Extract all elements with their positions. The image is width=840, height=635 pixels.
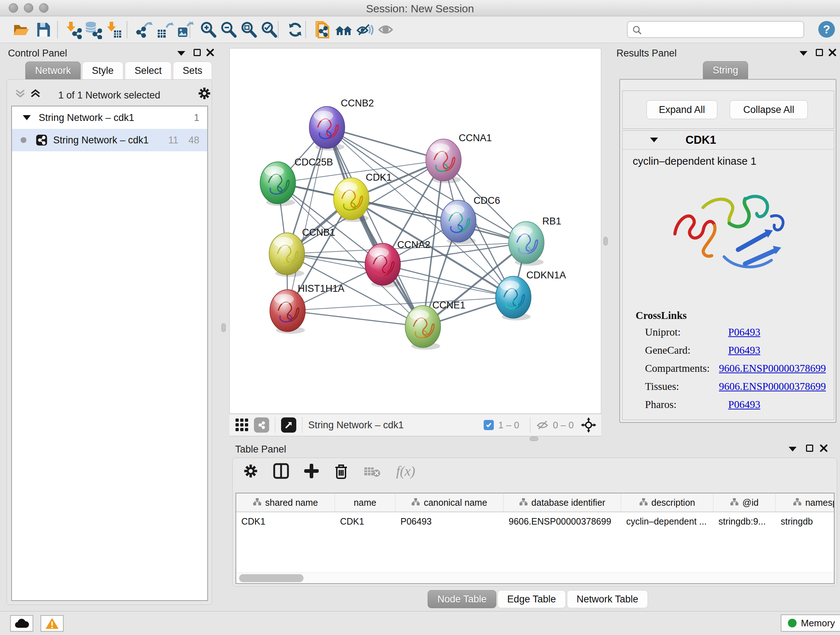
table-cell[interactable]: P06493 bbox=[395, 512, 504, 530]
table-cell[interactable]: stringdb bbox=[775, 512, 835, 530]
refresh-layout-icon[interactable] bbox=[285, 19, 305, 40]
zoom-fit-icon[interactable] bbox=[239, 19, 259, 40]
tab-string[interactable]: String bbox=[703, 61, 748, 79]
memory-button[interactable]: Memory bbox=[781, 614, 840, 632]
tab-network-table[interactable]: Network Table bbox=[567, 590, 648, 608]
panel-float-icon[interactable] bbox=[806, 445, 813, 452]
crosslink-link[interactable]: 9606.ENSP00000378699 bbox=[719, 380, 826, 393]
export-image-icon[interactable] bbox=[174, 19, 195, 40]
node-RB1[interactable]: RB1 bbox=[508, 216, 561, 266]
import-network-file-icon[interactable] bbox=[62, 19, 82, 40]
show-columns-icon[interactable] bbox=[273, 463, 289, 479]
table-cell[interactable]: stringdb:9... bbox=[714, 512, 775, 530]
panel-float-icon[interactable] bbox=[816, 49, 823, 56]
right-splitter-handle[interactable] bbox=[603, 237, 608, 245]
selected-count-checkbox[interactable] bbox=[484, 420, 494, 430]
crosslink-link[interactable]: 9606.ENSP00000378699 bbox=[719, 363, 826, 374]
save-session-icon[interactable] bbox=[33, 19, 54, 40]
zoom-out-icon[interactable] bbox=[218, 19, 239, 40]
crosslinks-title: CrossLinks bbox=[636, 310, 687, 321]
column-label: @id bbox=[742, 497, 759, 508]
export-network-icon[interactable] bbox=[134, 19, 154, 40]
gene-section-header[interactable]: CDK1 bbox=[622, 131, 834, 149]
column-header-name[interactable]: name bbox=[335, 494, 395, 511]
tree-expander-icon[interactable] bbox=[23, 115, 31, 120]
left-splitter-handle[interactable] bbox=[221, 323, 226, 332]
network-collection-row[interactable]: String Network – cdk1 1 bbox=[12, 106, 207, 129]
export-table-icon[interactable] bbox=[154, 19, 174, 40]
network-graph[interactable]: CCNB2CCNA1CDC25BCDK1CDC6RB1CCNB1CCNA2CDK… bbox=[230, 49, 602, 414]
column-header-canonical-name[interactable]: canonical name bbox=[395, 494, 504, 511]
open-file-icon[interactable] bbox=[11, 19, 31, 40]
node-label-CCNA1: CCNA1 bbox=[459, 133, 492, 143]
column-label: canonical name bbox=[424, 497, 487, 508]
network-options-gear-icon[interactable] bbox=[198, 87, 211, 100]
tab-node-table[interactable]: Node Table bbox=[428, 590, 496, 608]
new-network-from-selection-icon[interactable] bbox=[313, 19, 333, 40]
horizontal-scrollbar[interactable] bbox=[236, 572, 834, 583]
network-row-selected[interactable]: String Network – cdk1 11 48 bbox=[12, 129, 207, 151]
panel-menu-icon[interactable] bbox=[789, 447, 797, 451]
panel-float-icon[interactable] bbox=[194, 49, 201, 56]
node-CDK1[interactable]: CDK1 bbox=[333, 172, 392, 222]
panel-close-icon[interactable] bbox=[206, 49, 214, 57]
column-header-description[interactable]: description bbox=[621, 494, 714, 511]
panel-menu-icon[interactable] bbox=[177, 51, 185, 56]
table-cell[interactable]: cyclin–dependent ... bbox=[621, 512, 714, 530]
create-column-plus-icon[interactable] bbox=[304, 464, 319, 478]
delete-column-trash-icon[interactable] bbox=[334, 463, 348, 479]
crosslink-link[interactable]: P06493 bbox=[728, 326, 760, 338]
column-header-namespace[interactable]: namespace bbox=[775, 494, 835, 511]
crosslink-link[interactable]: P06493 bbox=[728, 399, 760, 410]
scrollbar-thumb[interactable] bbox=[239, 574, 303, 582]
edge-CCNB2-CCNE1[interactable] bbox=[327, 127, 423, 326]
help-button[interactable]: ? bbox=[818, 21, 835, 38]
edge-HIST1H1A-CCNE1[interactable] bbox=[287, 310, 423, 326]
collapse-all-button[interactable]: Collapse All bbox=[729, 100, 808, 119]
node-CDKN1A[interactable]: CDKN1A bbox=[496, 270, 566, 320]
tab-sets[interactable]: Sets bbox=[173, 62, 212, 80]
expand-all-button[interactable]: Expand All bbox=[646, 100, 717, 119]
section-collapse-icon[interactable] bbox=[650, 138, 658, 142]
import-network-database-icon[interactable] bbox=[82, 19, 103, 40]
node-HIST1H1A[interactable]: HIST1H1A bbox=[270, 283, 344, 334]
panel-close-icon[interactable] bbox=[820, 444, 828, 452]
column-header-shared-name[interactable]: shared name bbox=[236, 494, 335, 511]
zoom-selected-icon[interactable] bbox=[259, 19, 279, 40]
import-table-icon[interactable] bbox=[103, 19, 123, 40]
tab-select[interactable]: Select bbox=[125, 62, 172, 80]
table-options-gear-icon[interactable] bbox=[243, 464, 258, 478]
table-cell[interactable]: 9606.ENSP00000378699 bbox=[504, 512, 621, 530]
grid-view-icon[interactable] bbox=[235, 418, 249, 432]
tab-style[interactable]: Style bbox=[82, 62, 123, 80]
search-input[interactable] bbox=[627, 21, 804, 38]
string-home-icon[interactable] bbox=[333, 19, 354, 40]
show-eye-icon[interactable] bbox=[376, 19, 396, 40]
table-cell[interactable]: CDK1 bbox=[236, 512, 335, 530]
crosslink-link[interactable]: P06493 bbox=[728, 344, 760, 356]
column-header-database-identifier[interactable]: database identifier bbox=[504, 494, 621, 511]
delete-table-icon bbox=[363, 464, 381, 478]
warnings-button[interactable] bbox=[41, 615, 64, 632]
table-row[interactable]: CDK1CDK1P064939606.ENSP00000378699cyclin… bbox=[236, 512, 835, 530]
column-type-icon bbox=[519, 497, 528, 508]
hide-glass-eye-icon[interactable] bbox=[355, 19, 375, 40]
tab-edge-table[interactable]: Edge Table bbox=[497, 590, 566, 608]
node-CDC25B[interactable]: CDC25B bbox=[260, 157, 333, 206]
zoom-in-icon[interactable] bbox=[198, 19, 218, 40]
automation-cloud-button[interactable] bbox=[10, 615, 33, 632]
column-header--id[interactable]: @id bbox=[714, 494, 775, 511]
panel-close-icon[interactable] bbox=[829, 49, 836, 57]
column-label: description bbox=[652, 497, 695, 508]
network-view-icon[interactable] bbox=[254, 417, 269, 432]
node-CDC6[interactable]: CDC6 bbox=[441, 195, 500, 244]
table-cell[interactable]: CDK1 bbox=[335, 512, 395, 530]
pan-crosshair-icon[interactable] bbox=[580, 417, 597, 433]
bottom-splitter-handle[interactable] bbox=[530, 437, 538, 441]
panel-menu-icon[interactable] bbox=[799, 51, 807, 56]
network-canvas[interactable]: CCNB2CCNA1CDC25BCDK1CDC6RB1CCNB1CCNA2CDK… bbox=[229, 48, 601, 414]
birds-eye-view-icon[interactable] bbox=[281, 417, 296, 432]
node-CCNB2[interactable]: CCNB2 bbox=[309, 98, 374, 150]
tab-network[interactable]: Network bbox=[25, 62, 81, 80]
table-panel-body: f(x) shared namenamecanonical namedataba… bbox=[232, 458, 837, 586]
